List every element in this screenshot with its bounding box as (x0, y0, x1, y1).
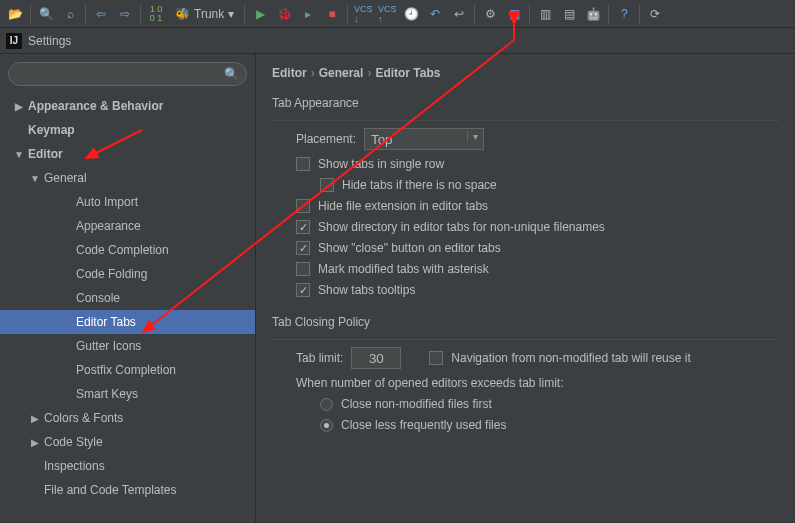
sidebar-item-general[interactable]: ▼General (0, 166, 255, 190)
chk-hide-ext[interactable] (296, 199, 310, 213)
settings-icon[interactable]: ⚙ (479, 3, 501, 25)
twisty-icon: ▶ (14, 101, 24, 112)
twisty-icon: ▶ (30, 413, 40, 424)
twisty-icon: ▶ (30, 437, 40, 448)
sidebar-item-label: Code Completion (76, 243, 169, 257)
window-title: Settings (28, 34, 71, 48)
placement-select[interactable]: Top (364, 128, 484, 150)
chk-show-tooltips[interactable] (296, 283, 310, 297)
settings-content: Editor›General›Editor Tabs Tab Appearanc… (256, 54, 795, 523)
sidebar-item-keymap[interactable]: Keymap (0, 118, 255, 142)
sidebar-item-label: Colors & Fonts (44, 411, 123, 425)
sidebar-item-label: General (44, 171, 87, 185)
sidebar-item-auto-import[interactable]: Auto Import (0, 190, 255, 214)
section-closing-policy: Tab Closing Policy (272, 315, 779, 329)
sidebar-item-postfix-completion[interactable]: Postfix Completion (0, 358, 255, 382)
breadcrumb: Editor›General›Editor Tabs (272, 66, 779, 80)
chk-mark-modified[interactable] (296, 262, 310, 276)
search-input[interactable] (8, 62, 247, 86)
gradle-sync-icon[interactable]: ⟳ (644, 3, 666, 25)
sidebar-item-smart-keys[interactable]: Smart Keys (0, 382, 255, 406)
sidebar-item-gutter-icons[interactable]: Gutter Icons (0, 334, 255, 358)
chk-single-row[interactable] (296, 157, 310, 171)
sidebar-item-label: Appearance & Behavior (28, 99, 163, 113)
section-tab-appearance: Tab Appearance (272, 96, 779, 110)
search-field-icon: 🔍 (224, 67, 239, 81)
run-icon[interactable]: ▶ (249, 3, 271, 25)
open-file-icon[interactable]: 📂 (4, 3, 26, 25)
vcs-commit-icon[interactable]: VCS↑ (376, 3, 398, 25)
sidebar-item-appearance-behavior[interactable]: ▶Appearance & Behavior (0, 94, 255, 118)
coverage-icon[interactable]: ▸ (297, 3, 319, 25)
trunk-selector[interactable]: 🐝Trunk ▾ (169, 7, 240, 21)
sidebar-item-label: File and Code Templates (44, 483, 177, 497)
sidebar-item-label: Gutter Icons (76, 339, 141, 353)
sidebar-item-label: Code Folding (76, 267, 147, 281)
sidebar-item-label: Console (76, 291, 120, 305)
sdk-manager-icon[interactable]: ▥ (534, 3, 556, 25)
chk-hide-no-space[interactable] (320, 178, 334, 192)
radio-close-nonmod[interactable] (320, 398, 333, 411)
search-icon[interactable]: 🔍 (35, 3, 57, 25)
project-structure-icon[interactable]: ▦ (503, 3, 525, 25)
intellij-icon: IJ (6, 33, 22, 49)
revert-icon[interactable]: ↶ (424, 3, 446, 25)
sidebar-item-editor-tabs[interactable]: Editor Tabs (0, 310, 255, 334)
search-structural-icon[interactable]: ⌕ (59, 3, 81, 25)
avd-manager-icon[interactable]: ▤ (558, 3, 580, 25)
exceeds-label: When number of opened editors exceeds ta… (296, 376, 563, 390)
bee-icon: 🐝 (175, 7, 190, 21)
history-icon[interactable]: 🕘 (400, 3, 422, 25)
settings-tree: ▶Appearance & BehaviorKeymap▼Editor▼Gene… (0, 94, 255, 523)
window-title-row: IJ Settings (0, 28, 795, 54)
sidebar-item-editor[interactable]: ▼Editor (0, 142, 255, 166)
sidebar-item-label: Inspections (44, 459, 105, 473)
twisty-icon: ▼ (14, 149, 24, 160)
sidebar-item-appearance[interactable]: Appearance (0, 214, 255, 238)
sidebar-item-label: Editor Tabs (76, 315, 136, 329)
placement-label: Placement: (296, 132, 356, 146)
tab-limit-input[interactable] (351, 347, 401, 369)
sidebar-item-label: Auto Import (76, 195, 138, 209)
sidebar-item-label: Keymap (28, 123, 75, 137)
sidebar-item-label: Code Style (44, 435, 103, 449)
sidebar-item-console[interactable]: Console (0, 286, 255, 310)
help-icon[interactable]: ? (613, 3, 635, 25)
sidebar-item-file-and-code-templates[interactable]: File and Code Templates (0, 478, 255, 502)
radio-close-less[interactable] (320, 419, 333, 432)
binary-icon[interactable]: 1 00 1 (145, 3, 167, 25)
sidebar-item-label: Postfix Completion (76, 363, 176, 377)
back-icon[interactable]: ⇦ (90, 3, 112, 25)
vcs-update-icon[interactable]: VCS↓ (352, 3, 374, 25)
forward-icon[interactable]: ⇨ (114, 3, 136, 25)
debug-icon[interactable]: 🐞 (273, 3, 295, 25)
undo-icon[interactable]: ↩ (448, 3, 470, 25)
main-toolbar: 📂 🔍 ⌕ ⇦ ⇨ 1 00 1 🐝Trunk ▾ ▶ 🐞 ▸ ■ VCS↓ V… (0, 0, 795, 28)
sidebar-item-code-style[interactable]: ▶Code Style (0, 430, 255, 454)
sidebar-item-code-completion[interactable]: Code Completion (0, 238, 255, 262)
sidebar-item-label: Smart Keys (76, 387, 138, 401)
sidebar-item-inspections[interactable]: Inspections (0, 454, 255, 478)
tab-limit-label: Tab limit: (296, 351, 343, 365)
chk-show-close[interactable] (296, 241, 310, 255)
sidebar-item-label: Appearance (76, 219, 141, 233)
sidebar-item-code-folding[interactable]: Code Folding (0, 262, 255, 286)
sidebar-item-colors-fonts[interactable]: ▶Colors & Fonts (0, 406, 255, 430)
sidebar-item-label: Editor (28, 147, 63, 161)
chk-nav-reuse[interactable] (429, 351, 443, 365)
settings-sidebar: 🔍 ▶Appearance & BehaviorKeymap▼Editor▼Ge… (0, 54, 256, 523)
stop-icon[interactable]: ■ (321, 3, 343, 25)
chk-show-dir[interactable] (296, 220, 310, 234)
twisty-icon: ▼ (30, 173, 40, 184)
android-icon[interactable]: 🤖 (582, 3, 604, 25)
